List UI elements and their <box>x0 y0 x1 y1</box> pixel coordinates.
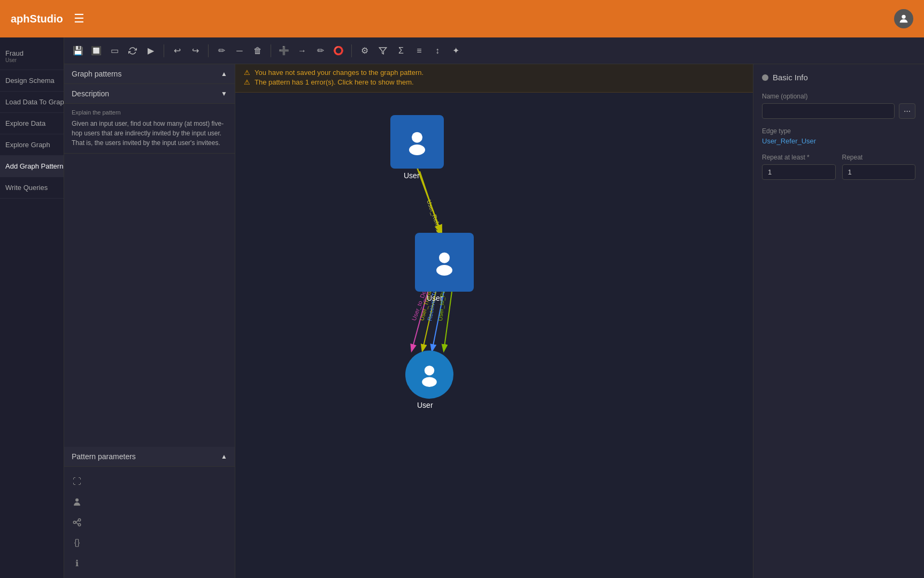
add-button[interactable]: ➕ <box>276 43 291 58</box>
menu-icon[interactable]: ☰ <box>74 12 84 26</box>
svg-marker-1 <box>379 48 386 54</box>
description-section: Explain the pattern Given an input user,… <box>64 104 235 154</box>
settings-button[interactable]: ⚙ <box>357 43 372 58</box>
play-button[interactable]: ▶ <box>143 43 158 58</box>
repeat-row: Repeat at least * Repeat <box>762 154 915 188</box>
filter-button[interactable] <box>375 43 390 58</box>
arrow-button[interactable]: → <box>295 43 310 58</box>
schema-button[interactable]: 🔲 <box>89 43 104 58</box>
person-icon[interactable] <box>71 496 83 508</box>
svg-point-23 <box>425 366 434 375</box>
right-panel-header: Basic Info <box>762 73 915 82</box>
svg-point-0 <box>902 15 905 19</box>
basic-info-title: Basic Info <box>773 73 808 82</box>
warning-line-2[interactable]: ⚠ The pattern has 1 error(s). Click here… <box>244 78 744 86</box>
svg-point-4 <box>78 519 81 521</box>
user-icon-3 <box>417 362 442 387</box>
description-text: Given an input user, find out how many (… <box>72 119 227 148</box>
nodes-icon[interactable] <box>71 516 83 529</box>
graph-node-user-2[interactable] <box>415 233 474 292</box>
graph-node-user-1[interactable] <box>390 115 444 169</box>
svg-point-5 <box>78 523 81 526</box>
app-logo: aphStudio <box>11 13 63 25</box>
pattern-params-icons: ⛶ {} ℹ <box>64 467 235 578</box>
repeat-input[interactable] <box>842 164 916 180</box>
sidebar-item-load-data[interactable]: Load Data To Graph <box>0 92 64 113</box>
user-avatar[interactable] <box>894 9 913 28</box>
repeat-field: Repeat <box>842 154 916 188</box>
svg-point-2 <box>75 498 79 501</box>
canvas-svg: User_Refer_User User_to_Device User_Tran… <box>235 88 753 578</box>
description-title: Description <box>72 89 109 98</box>
sigma-button[interactable]: Σ <box>394 43 409 58</box>
user-icon-2 <box>431 249 458 276</box>
edge-type-label: Edge type <box>762 127 915 135</box>
description-chevron: ▼ <box>221 90 227 97</box>
svg-point-21 <box>439 253 450 263</box>
info-icon[interactable]: ℹ <box>71 557 83 569</box>
save-button[interactable]: 💾 <box>71 43 86 58</box>
warning-line-1[interactable]: ⚠ You have not saved your changes to the… <box>244 69 744 77</box>
edit-button[interactable]: ✏ <box>214 43 229 58</box>
graph-patterns-chevron: ▲ <box>221 70 227 78</box>
circle-button[interactable]: ⭕ <box>331 43 346 58</box>
repeat-at-least-input[interactable] <box>762 164 836 180</box>
separator-3 <box>271 44 271 57</box>
expand-icon[interactable]: ⛶ <box>71 475 83 488</box>
star-button[interactable]: ✦ <box>448 43 463 58</box>
name-action-button[interactable]: ⋯ <box>899 103 915 119</box>
warning-icon-1: ⚠ <box>244 69 250 77</box>
toolbar: 💾 🔲 ▭ ▶ ↩ ↪ ✏ ─ 🗑 ➕ → ✏ ⭕ ⚙ Σ ≡ ↕ ✦ <box>64 37 924 64</box>
sort-button[interactable]: ≡ <box>412 43 427 58</box>
separator-4 <box>351 44 352 57</box>
graph-patterns-header[interactable]: Graph patterns ▲ <box>64 64 235 84</box>
description-header[interactable]: Description ▼ <box>64 84 235 104</box>
repeat-at-least-label: Repeat at least * <box>762 154 836 161</box>
sidebar-item-graph-patterns[interactable]: Add Graph Patterns BETA <box>0 156 64 177</box>
graph-patterns-title: Graph patterns <box>72 70 121 78</box>
pattern-params-chevron: ▲ <box>221 453 227 460</box>
name-input[interactable] <box>762 103 895 119</box>
svg-line-6 <box>76 520 79 522</box>
refresh-button[interactable] <box>125 43 140 58</box>
description-placeholder-label: Explain the pattern <box>72 109 227 116</box>
pattern-params-header[interactable]: Pattern parameters ▲ <box>64 447 235 467</box>
braces-icon[interactable]: {} <box>71 536 83 549</box>
warning-text-1: You have not saved your changes to the g… <box>255 69 424 77</box>
layout-button[interactable]: ▭ <box>107 43 122 58</box>
basic-info-dot <box>762 74 768 81</box>
svg-line-7 <box>76 522 79 524</box>
sidebar-item-write-queries[interactable]: Write Queries <box>0 177 64 199</box>
main-canvas[interactable]: User_Refer_User User_to_Device User_Tran… <box>235 88 753 578</box>
separator-2 <box>208 44 209 57</box>
arrows-button[interactable]: ↕ <box>430 43 445 58</box>
user-icon-1 <box>404 128 430 155</box>
warning-text-2: The pattern has 1 error(s). Click here t… <box>255 78 414 86</box>
repeat-label: Repeat <box>842 154 916 161</box>
svg-line-8 <box>420 171 441 235</box>
warning-banner: ⚠ You have not saved your changes to the… <box>235 64 753 93</box>
delete-button[interactable]: 🗑 <box>250 43 265 58</box>
svg-line-16 <box>444 292 452 351</box>
sidebar-item-design-schema[interactable]: Design Schema <box>0 70 64 92</box>
pen-button[interactable]: ✏ <box>313 43 328 58</box>
line-button[interactable]: ─ <box>232 43 247 58</box>
edge-type-value: User_Refer_User <box>762 137 915 145</box>
node-label-user-1: User <box>404 171 420 180</box>
sidebar-item-explore-data[interactable]: Explore Data <box>0 113 64 134</box>
sidebar-item-fraud[interactable]: Fraud User <box>0 43 64 70</box>
node-label-user-3: User <box>417 401 433 409</box>
left-panel: Graph patterns ▲ Description ▼ Explain t… <box>64 64 235 578</box>
graph-node-user-3[interactable] <box>405 351 453 399</box>
svg-line-18 <box>417 168 441 233</box>
undo-button[interactable]: ↩ <box>170 43 184 58</box>
node-label-user-2: User <box>427 294 443 302</box>
svg-point-20 <box>409 144 425 155</box>
pattern-params-container: Pattern parameters ▲ ⛶ {} ℹ <box>64 447 235 578</box>
pattern-params-title: Pattern parameters <box>72 452 136 461</box>
repeat-at-least-field: Repeat at least * <box>762 154 836 188</box>
left-sidebar: Fraud User Design Schema Load Data To Gr… <box>0 37 64 578</box>
redo-button[interactable]: ↪ <box>188 43 203 58</box>
name-label: Name (optional) <box>762 93 915 100</box>
sidebar-item-explore-graph[interactable]: Explore Graph <box>0 134 64 156</box>
